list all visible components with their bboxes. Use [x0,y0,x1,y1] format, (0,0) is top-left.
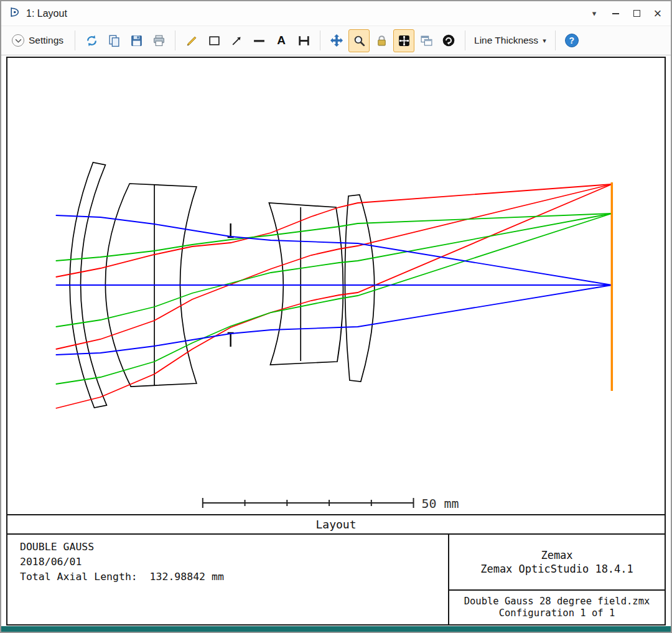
magnifier-icon [353,34,366,47]
settings-button[interactable]: Settings [6,29,69,52]
window-menu-button[interactable]: ▾ [584,3,605,24]
fit-to-window-button[interactable] [393,29,414,52]
pan-icon [330,34,343,47]
aperture-stop-mark [228,223,234,237]
minimize-icon [612,13,619,14]
brand-name: Zemax [541,549,572,561]
arrow-tool-button[interactable] [226,29,247,52]
window-title: 1: Layout [26,8,67,19]
toolbar-separator [75,30,75,50]
lens-title: DOUBLE GAUSS [20,540,448,555]
ray-red-trace [56,184,612,408]
scale-label: 50 mm [421,496,459,511]
toolbar-separator [465,30,465,50]
ray-green-trace [56,213,612,261]
maximize-icon [633,10,640,17]
settings-chevron-icon [12,34,24,47]
lock-icon [375,34,388,47]
dimension-tool-button[interactable] [293,29,314,52]
save-icon [130,34,143,47]
minimize-button[interactable] [605,3,626,24]
rotate-icon [442,34,455,47]
configuration-label: Configuration 1 of 1 [499,607,615,619]
chevron-down-icon: ▾ [592,9,597,18]
fit-icon [398,34,411,47]
toolbar-separator [555,30,556,50]
line-icon [253,34,266,47]
arrow-icon [230,34,243,47]
info-right-cells: Zemax Zemax OpticStudio 18.4.1 Double Ga… [448,535,665,624]
toolbar-separator [320,30,320,50]
titlebar[interactable]: 1: Layout ▾ × [1,1,671,26]
line-thickness-label: Line Thickness [474,35,538,46]
window-bottom-edge [1,626,671,632]
pencil-icon [185,34,198,47]
line-thickness-dropdown[interactable]: Line Thickness ▾ [471,29,549,52]
chevron-down-icon: ▾ [543,37,546,45]
software-version: Zemax OpticStudio 18.4.1 [480,563,633,575]
rotate-button[interactable] [438,29,459,52]
info-panel: DOUBLE GAUSS 2018/06/01 Total Axial Leng… [7,533,665,624]
copy-icon [108,34,121,47]
text-tool-button[interactable]: A [271,29,292,52]
zoom-button[interactable] [348,29,370,52]
duplicate-window-icon [420,34,433,47]
help-icon: ? [565,34,579,47]
help-button[interactable]: ? [561,29,582,52]
info-left-cell: DOUBLE GAUSS 2018/06/01 Total Axial Leng… [7,535,448,624]
refresh-icon [85,34,98,47]
save-button[interactable] [126,29,147,52]
toolbar: Settings A [1,26,671,55]
total-axial-length: Total Axial Length: 132.98842 mm [20,570,448,584]
print-icon [152,34,166,47]
aperture-stop-mark [228,333,234,347]
pan-button[interactable] [326,29,347,52]
close-icon: × [654,7,662,20]
text-tool-icon: A [277,34,286,47]
lock-button[interactable] [371,29,392,52]
plot-caption: Layout [315,518,356,531]
branding-cell: Zemax Zemax OpticStudio 18.4.1 [449,535,665,589]
close-button[interactable]: × [647,3,668,24]
rectangle-tool-button[interactable] [203,29,225,52]
plot-caption-bar: Layout [7,514,665,533]
file-date: 2018/06/01 [20,555,448,570]
file-name: Double Gauss 28 degree field.zmx [464,596,650,607]
print-button[interactable] [148,29,169,52]
window-icon [9,6,21,21]
settings-label: Settings [29,35,63,46]
pencil-tool-button[interactable] [181,29,202,52]
dimension-icon [297,34,310,47]
copy-button[interactable] [103,29,124,52]
duplicate-window-button[interactable] [416,29,437,52]
file-cell: Double Gauss 28 degree field.zmx Configu… [449,589,665,624]
layout-window: 1: Layout ▾ × Settings [0,0,672,633]
plot-area: 50 mm Layout DOUBLE GAUSS 2018/06/01 Tot… [6,57,666,626]
line-tool-button[interactable] [248,29,269,52]
rectangle-icon [208,34,221,47]
ray-green-trace [56,213,612,327]
refresh-button[interactable] [81,29,102,52]
toolbar-separator [175,30,175,50]
layout-drawing[interactable]: 50 mm [7,58,665,514]
layout-canvas[interactable]: 50 mm [7,58,665,514]
maximize-button[interactable] [626,3,647,24]
window-controls: ▾ × [584,3,668,24]
